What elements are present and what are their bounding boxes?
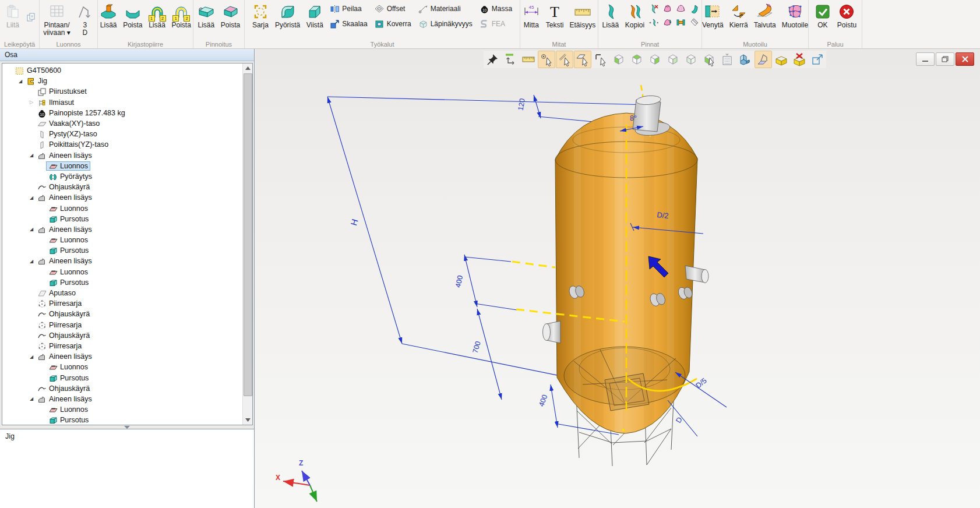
- expand-icon[interactable]: ▷: [28, 100, 35, 105]
- tree-item-g4t50600[interactable]: G4T50600: [2, 65, 242, 76]
- show-box-button[interactable]: [773, 51, 790, 68]
- collapse-icon[interactable]: ◢: [28, 354, 35, 359]
- tree-item-piirresarja[interactable]: Piirresarja: [2, 341, 242, 351]
- minimize-button[interactable]: [916, 52, 935, 66]
- offset-button[interactable]: Offset: [372, 2, 414, 16]
- muotoile-button[interactable]: Muotoile: [780, 2, 810, 30]
- tree-item-luonnos[interactable]: Luonnos: [2, 235, 242, 245]
- 3-d-button[interactable]: 3D: [75, 2, 96, 38]
- select-body-cursor-button[interactable]: [700, 51, 718, 68]
- tree-item-ohjausk-yr-[interactable]: Ohjauskäyrä: [2, 309, 242, 319]
- läpinäkyvyys-button[interactable]: Läpinäkyvyys: [416, 17, 475, 31]
- tree-item-pursotus[interactable]: Pursotus: [2, 277, 242, 288]
- collapse-icon[interactable]: ◢: [28, 259, 35, 264]
- tree-item-luonnos[interactable]: Luonnos: [2, 267, 242, 277]
- tree-item-ohjausk-yr-[interactable]: Ohjauskäyrä: [2, 182, 242, 192]
- select-face-button[interactable]: [610, 51, 628, 68]
- tree-item-luonnos[interactable]: Luonnos: [2, 404, 242, 415]
- surface-frame-button[interactable]: [675, 16, 686, 29]
- tree-item-piirresarja[interactable]: Piirresarja: [2, 298, 242, 309]
- snap-face-button[interactable]: [574, 51, 591, 68]
- scroll-up-icon[interactable]: [243, 63, 252, 73]
- model-scene[interactable]: H1208°D/2400700400D/5D XZ: [255, 49, 980, 508]
- pintaan-viivaan-button[interactable]: Pintaan/viivaan ▾: [41, 2, 72, 38]
- tree-item-aineen-lis-ys[interactable]: ◢Aineen lisäys: [2, 256, 242, 266]
- tree-item-luonnos[interactable]: Luonnos: [2, 362, 242, 372]
- poista-button[interactable]: Poista: [121, 2, 144, 30]
- peilaa-button[interactable]: Peilaa: [327, 2, 369, 16]
- move-measure-button[interactable]: [502, 51, 519, 68]
- skaalaa-button[interactable]: Skaalaa: [327, 17, 369, 31]
- tree-scrollbar[interactable]: [242, 63, 252, 425]
- tree-item-aineen-lis-ys[interactable]: ◢Aineen lisäys: [2, 150, 242, 161]
- snap-point-button[interactable]: [538, 51, 555, 68]
- pyöristä-button[interactable]: Pyöristä: [273, 2, 302, 30]
- fea-button[interactable]: FEA: [477, 17, 514, 31]
- tree-item-pysty-xz-taso[interactable]: Pysty(XZ)-taso: [2, 129, 242, 139]
- tree-item-piirustukset[interactable]: Piirustukset: [2, 86, 242, 97]
- model-viewport[interactable]: H1208°D/2400700400D/5D XZ: [255, 49, 980, 508]
- ok-button[interactable]: OK: [812, 2, 833, 30]
- tree-item-piirresarja[interactable]: Piirresarja: [2, 320, 242, 330]
- select-side-button[interactable]: [646, 51, 664, 68]
- surface-patch-button[interactable]: [662, 2, 673, 15]
- poistu-button[interactable]: Poistu: [836, 2, 858, 30]
- surface-blend-button[interactable]: [675, 2, 686, 15]
- poista-button[interactable]: 12Poista: [170, 2, 193, 30]
- materiaali-button[interactable]: Materiaali: [416, 2, 475, 16]
- pushpin-button[interactable]: [484, 51, 501, 68]
- tree-item-pursotus[interactable]: Pursotus: [2, 415, 242, 425]
- surface-erase-button[interactable]: [689, 16, 700, 29]
- collapse-icon[interactable]: ◢: [28, 153, 35, 158]
- tree-item-ohjausk-yr-[interactable]: Ohjauskäyrä: [2, 383, 242, 394]
- koverra-button[interactable]: Koverra: [372, 17, 414, 31]
- mitta-button[interactable]: 45Mitta: [521, 2, 542, 30]
- ruler-button[interactable]: [520, 51, 537, 68]
- tree-item-poikittais-yz-taso[interactable]: Poikittais(YZ)-taso: [2, 139, 242, 150]
- delete-box-button[interactable]: [791, 51, 808, 68]
- surface-move-button[interactable]: [648, 16, 660, 29]
- lisää-button[interactable]: Lisää: [98, 2, 119, 30]
- surface-extend-button[interactable]: [689, 2, 700, 15]
- venytä-button[interactable]: Venytä: [700, 2, 725, 30]
- export-view-button[interactable]: [809, 51, 826, 68]
- close-button[interactable]: [956, 52, 974, 66]
- tree-item-aineen-lis-ys[interactable]: ◢Aineen lisäys: [2, 351, 242, 362]
- scroll-down-icon[interactable]: [243, 415, 252, 425]
- sarja-button[interactable]: Sarja: [250, 2, 271, 30]
- massa-button[interactable]: 10Massa: [477, 2, 514, 16]
- copy-button[interactable]: [26, 10, 37, 23]
- tree-item-aputaso[interactable]: Aputaso: [2, 288, 242, 298]
- kopioi-button[interactable]: Kopioi: [623, 2, 646, 30]
- tree-item-luonnos[interactable]: Luonnos: [2, 203, 242, 213]
- select-top-button[interactable]: [628, 51, 646, 68]
- tree-item-aineen-lis-ys[interactable]: ◢Aineen lisäys: [2, 224, 242, 235]
- tree-item-aineen-lis-ys[interactable]: ◢Aineen lisäys: [2, 192, 242, 203]
- tree-item-py-r-ytys[interactable]: Pyöräytys: [2, 171, 242, 182]
- tree-item-jig[interactable]: ◢Jig: [2, 76, 242, 86]
- tree-item-luonnos[interactable]: Luonnos: [2, 161, 242, 171]
- select-back-button[interactable]: [664, 51, 682, 68]
- collapse-icon[interactable]: ◢: [28, 396, 35, 401]
- tree-item-pursotus[interactable]: Pursotus: [2, 372, 242, 383]
- tree-item-pursotus[interactable]: Pursotus: [2, 214, 242, 224]
- liitä-button[interactable]: Liitä: [2, 2, 23, 30]
- lisää-button[interactable]: Lisää: [600, 2, 621, 30]
- tree-item-painopiste-1257-483-kg[interactable]: 10Painopiste 1257.483 kg: [2, 108, 242, 118]
- viistä-button[interactable]: Viistä: [304, 2, 325, 30]
- collapse-icon[interactable]: ◢: [28, 227, 35, 232]
- pick-corner-button[interactable]: [592, 51, 609, 68]
- etäisyys-button[interactable]: Etäisyys: [568, 2, 598, 30]
- select-solid-button[interactable]: [682, 51, 700, 68]
- taivuta-button[interactable]: Taivuta: [752, 2, 778, 30]
- tree-item-ohjausk-yr-[interactable]: Ohjauskäyrä: [2, 330, 242, 341]
- snap-line-button[interactable]: [556, 51, 573, 68]
- lisää-button[interactable]: Lisää: [196, 2, 217, 30]
- tree-item-ilmiasut[interactable]: ▷Ilmiasut: [2, 97, 242, 108]
- collapse-icon[interactable]: ◢: [28, 195, 35, 200]
- lisää-button[interactable]: 12Lisää: [147, 2, 168, 30]
- restore-button[interactable]: [936, 52, 954, 66]
- tree-item-aineen-lis-ys[interactable]: ◢Aineen lisäys: [2, 394, 242, 404]
- surface-flip-button[interactable]: [662, 16, 673, 29]
- surface-delete-button[interactable]: [648, 2, 660, 15]
